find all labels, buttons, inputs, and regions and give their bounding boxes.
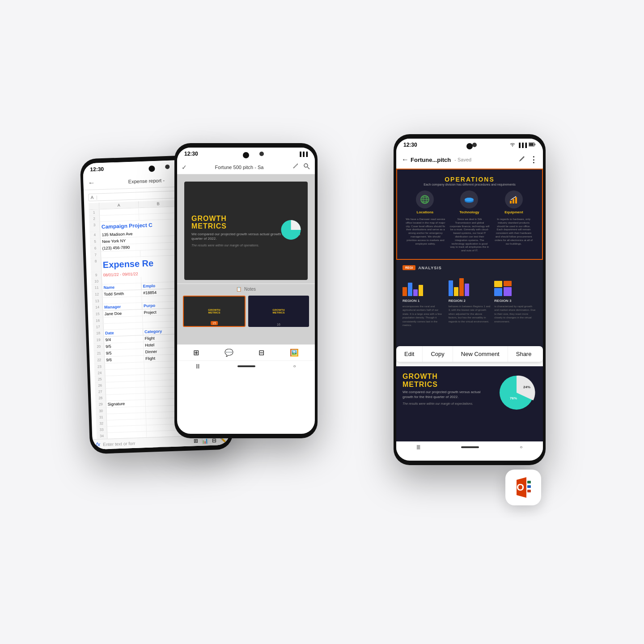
ppt-title: Fortune 500 pitch - Sa [187,165,292,170]
svg-rect-7 [534,144,535,145]
main-more-icon[interactable]: ⋮ [530,155,538,165]
phone3-battery-icon [529,142,536,148]
thumb-slide-15[interactable]: GROWTHMETRICS 15 [183,296,246,327]
context-edit[interactable]: Edit [396,346,423,362]
main-scene: 12:30 ▐▐▐ ← Expense report - [76,121,568,523]
region1-visual [402,274,445,296]
excel-back-icon[interactable]: ← [88,178,95,187]
context-copy[interactable]: Copy [423,346,453,362]
phone3-screen: 12:30 ▐▐▐ ← Fortune...pitch - Save [396,139,543,461]
ppt-draw-icon[interactable] [292,163,299,171]
phone3-nav-pill [461,446,479,448]
notes-label: Notes [244,287,256,292]
phone3-signal-icon: ▐▐▐ [517,143,527,148]
phone2-nav-pill [237,365,255,367]
growth1-text: GROWTH METRICS We compared our projected… [402,373,492,405]
region-analysis-title: ANALYSIS [418,266,442,270]
ops-desc-2: Since we deal in Silk Transmission and g… [450,218,490,253]
context-new-comment[interactable]: New Comment [453,346,508,362]
slide-growth1-content: GROWTH METRICS We compared our projected… [396,366,543,441]
phone2-nav-right: ○ [293,364,296,369]
svg-rect-22 [527,481,531,483]
thumb-slide-16[interactable]: GROWTHMETRICS 16 [248,296,309,327]
ppt-table-icon[interactable]: ⊟ [258,348,264,357]
phone-ppt-thumbs: 12:30 ▐▐▐ ✓ Fortune 500 pitch - Sa [174,143,318,438]
formula-bar: fx Enter text or forr [96,440,136,448]
main-slides-container: OPERATIONS Each company division has dif… [396,169,543,441]
growth1-title1: GROWTH [402,373,492,381]
svg-point-15 [465,198,474,201]
region-2-block: REGION 2 behaves in between Regions 1 an… [449,274,491,327]
formula-input[interactable]: Enter text or forr [103,441,136,447]
phone3-notch [466,143,473,149]
equipment-label: Equipment [504,210,523,214]
main-edit-icon[interactable] [518,156,525,164]
region3-visual [494,274,537,296]
growth1-layout: GROWTH METRICS We compared our projected… [402,373,537,415]
ppt-comment-icon[interactable]: 💬 [225,348,233,357]
ops-locations-block: Locations [416,191,434,214]
svg-rect-18 [515,197,517,203]
phone3-status-icons: ▐▐▐ [509,142,536,148]
phone-main: 12:30 ▐▐▐ ← Fortune...pitch - Save [394,134,546,465]
phone2-status-icons: ▐▐▐ [298,152,308,157]
ppt-toolbar-icons [292,163,310,171]
notes-icon: 📋 [236,287,242,292]
growth1-pie-chart: 24% 76% [496,373,537,413]
table-icon[interactable]: ⊞ [193,438,198,444]
slide-pie-container [279,218,303,244]
region-3-block: REGION 3 is characterized by rapid growt… [494,274,537,327]
thumb-label-16: GROWTHMETRICS [272,309,284,314]
svg-rect-23 [527,485,531,488]
technology-label: Technology [459,210,479,214]
ppt-notes-bar[interactable]: 📋 Notes [177,284,315,294]
chart-icon-ops [509,195,519,204]
main-toolbar: ← Fortune...pitch - Saved ⋮ [396,151,543,169]
excel-address-label: A [90,195,93,200]
ppt-search-icon[interactable] [303,163,310,171]
svg-rect-16 [510,201,512,203]
ppt-toolbar: ✓ Fortune 500 pitch - Sa [177,160,315,174]
phone3-nav-right: ○ [520,445,522,449]
locations-icon [416,191,434,208]
ppt-slide-area: GROWTH METRICS We compared our projected… [177,174,315,344]
pie-label-24: 24% [523,385,530,389]
growth1-result: The results were within our margin of ex… [402,402,492,405]
slide-operations: OPERATIONS Each company division has dif… [396,169,543,260]
region2-label: REGION 2 [449,299,491,303]
pie-label-76: 76% [510,396,517,400]
ops-icons-row: Locations [403,191,536,214]
region3-desc: is characterized by rapid growth and mar… [494,305,537,323]
phone2-nav-left: ||| [196,364,199,369]
regions-row: REGION 1 encompasses the rural and agric… [402,274,537,327]
technology-icon [460,191,478,208]
phone1-camera [165,165,169,169]
globe-icon [420,195,430,204]
office-badge: O [505,470,541,505]
phone2-time: 12:30 [184,151,198,157]
ppt-grid-icon[interactable]: ⊞ [193,348,199,357]
ops-technology-block: Technology [459,191,479,214]
svg-rect-24 [527,490,531,492]
context-menu: Edit Copy New Comment Share [396,346,543,362]
ppt-check-icon[interactable]: ✓ [182,164,187,171]
ppt-thumbnails-row: GROWTHMETRICS 15 GROWTHMETRICS 16 [177,294,315,333]
main-title-row: Fortune...pitch - Saved [411,157,518,163]
phone3-nav-bar: ||| ○ [396,441,543,452]
svg-point-2 [304,164,308,167]
slide2-container: REGI ANALYSIS [396,260,543,366]
slide-growth-1: GROWTH METRICS We compared our projected… [396,366,543,441]
context-share[interactable]: Share [508,346,540,362]
main-title: Fortune...pitch [411,157,451,163]
chart-icon[interactable]: 📊 [201,437,208,444]
ppt-image-icon[interactable]: 🖼️ [290,348,299,357]
slide-region: REGI ANALYSIS [396,260,543,351]
office-logo: O [512,476,534,499]
ppt-bottom-toolbar: ⊞ 💬 ⊟ 🖼️ [177,344,315,360]
phone2-signal-icon: ▐▐▐ [298,152,308,157]
equipment-icon [505,191,523,208]
main-back-icon[interactable]: ← [402,156,409,164]
ops-desc-1: We have a Danswer read service office lo… [406,218,445,253]
ppt-main-slide: GROWTH METRICS We compared our projected… [184,182,308,280]
phone2-nav-bar: ||| ○ [177,360,315,371]
